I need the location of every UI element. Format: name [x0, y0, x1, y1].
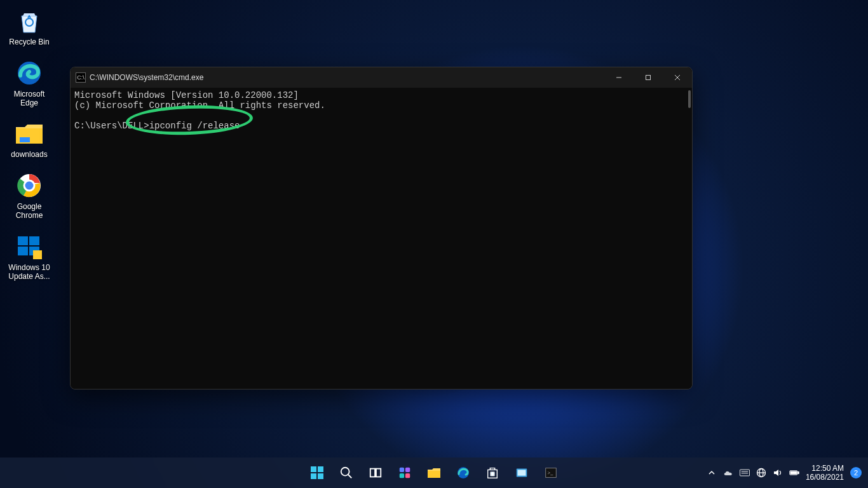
- minimize-button[interactable]: [604, 67, 634, 88]
- svg-rect-16: [311, 473, 316, 479]
- cmd-taskbar-button[interactable]: >_: [538, 460, 564, 485]
- battery-icon[interactable]: [789, 468, 799, 478]
- taskbar: >_ 12:50 AM 16/08/2021: [0, 458, 868, 488]
- svg-rect-1: [20, 137, 30, 142]
- start-button[interactable]: [304, 460, 330, 485]
- edge-taskbar-button[interactable]: [451, 460, 476, 485]
- cmd-output-line: (c) Microsoft Corporation. All rights re…: [74, 100, 325, 111]
- widgets-button[interactable]: [392, 460, 417, 485]
- tray-overflow-icon[interactable]: [707, 468, 717, 478]
- network-icon[interactable]: [756, 468, 766, 478]
- cmd-window[interactable]: C:\ C:\WINDOWS\system32\cmd.exe Microsof…: [70, 67, 693, 390]
- recycle-bin-icon: [15, 6, 44, 36]
- clock-date: 16/08/2021: [806, 473, 844, 482]
- desktop-icon-chrome[interactable]: Google Chrome: [4, 171, 55, 220]
- cmd-typed-command: ipconfig /release: [149, 121, 240, 131]
- svg-line-19: [348, 475, 352, 478]
- desktop-icon-label: Windows 10 Update As...: [4, 264, 55, 281]
- close-button[interactable]: [663, 67, 692, 88]
- svg-rect-36: [740, 470, 749, 476]
- svg-rect-22: [400, 468, 404, 472]
- cmd-output-line: Microsoft Windows [Version 10.0.22000.13…: [74, 90, 299, 100]
- onedrive-icon[interactable]: [723, 468, 733, 478]
- desktop-icon-label: Google Chrome: [4, 203, 55, 220]
- notification-badge[interactable]: 2: [850, 467, 862, 478]
- search-button[interactable]: [334, 460, 359, 485]
- clock-time: 12:50 AM: [806, 464, 844, 473]
- desktop-icons-column: Recycle Bin Microsoft Edge downloads: [4, 6, 55, 281]
- svg-rect-20: [370, 469, 375, 477]
- desktop-icon-label: Recycle Bin: [9, 38, 49, 47]
- edge-icon: [15, 58, 44, 88]
- store-button[interactable]: [480, 460, 505, 485]
- svg-rect-21: [376, 469, 381, 477]
- desktop-icon-label: Microsoft Edge: [4, 90, 55, 108]
- desktop-icon-downloads[interactable]: downloads: [4, 119, 55, 159]
- maximize-button[interactable]: [634, 67, 663, 88]
- svg-rect-29: [492, 472, 494, 473]
- svg-rect-28: [491, 472, 492, 473]
- window-controls: [604, 67, 692, 88]
- notification-count: 2: [854, 469, 858, 477]
- svg-rect-31: [492, 474, 494, 475]
- cmd-body[interactable]: Microsoft Windows [Version 10.0.22000.13…: [71, 88, 692, 389]
- task-view-button[interactable]: [363, 460, 388, 485]
- desktop-icon-edge[interactable]: Microsoft Edge: [4, 58, 55, 108]
- scrollbar-thumb[interactable]: [688, 90, 691, 108]
- cmd-app-icon: C:\: [76, 72, 86, 83]
- windows-update-icon: [15, 232, 44, 261]
- svg-rect-7: [18, 247, 28, 255]
- svg-rect-6: [29, 236, 39, 245]
- svg-rect-9: [33, 250, 42, 259]
- svg-rect-25: [405, 473, 410, 478]
- svg-text:>_: >_: [548, 470, 554, 476]
- cmd-prompt: C:\Users\DELL>: [74, 121, 149, 131]
- taskbar-clock[interactable]: 12:50 AM 16/08/2021: [806, 464, 844, 482]
- svg-rect-15: [318, 466, 323, 472]
- chrome-icon: [15, 171, 44, 200]
- svg-rect-44: [790, 471, 797, 474]
- keyboard-lang-icon[interactable]: [740, 468, 750, 478]
- cmd-titlebar[interactable]: C:\ C:\WINDOWS\system32\cmd.exe: [71, 67, 692, 88]
- svg-rect-17: [318, 473, 323, 479]
- svg-rect-43: [798, 471, 799, 473]
- desktop-icon-win10-update[interactable]: Windows 10 Update As...: [4, 232, 55, 281]
- settings-app-button[interactable]: [509, 460, 534, 485]
- cmd-title: C:\WINDOWS\system32\cmd.exe: [90, 73, 203, 82]
- svg-rect-11: [646, 76, 651, 80]
- desktop-icon-recycle-bin[interactable]: Recycle Bin: [4, 6, 55, 47]
- svg-rect-30: [491, 474, 492, 475]
- volume-icon[interactable]: [773, 468, 783, 478]
- taskbar-system-tray: 12:50 AM 16/08/2021 2: [707, 464, 868, 482]
- folder-icon: [15, 119, 44, 148]
- desktop-icon-label: downloads: [11, 151, 47, 159]
- file-explorer-button[interactable]: [421, 460, 447, 485]
- svg-point-18: [341, 468, 349, 476]
- svg-rect-5: [18, 236, 28, 245]
- svg-rect-23: [405, 468, 410, 472]
- svg-rect-33: [518, 470, 526, 475]
- svg-rect-14: [311, 466, 316, 472]
- svg-rect-24: [400, 473, 404, 478]
- taskbar-center-apps: >_: [304, 460, 564, 485]
